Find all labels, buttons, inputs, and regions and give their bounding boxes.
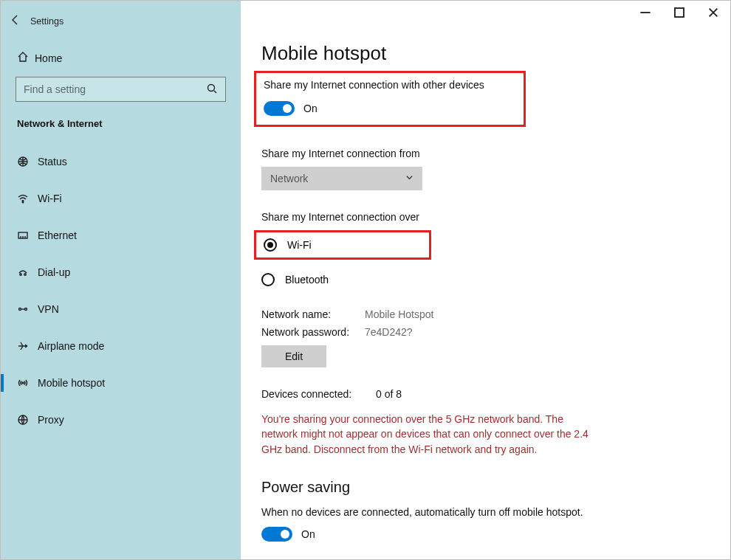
close-button[interactable] (696, 1, 730, 24)
share-over-section: Share my Internet connection over Wi-Fi … (261, 211, 708, 286)
search-icon (206, 83, 218, 97)
titlebar: Settings (1, 10, 241, 33)
sidebar-item-vpn[interactable]: VPN (1, 294, 241, 324)
share-from-section: Share my Internet connection from Networ… (261, 148, 708, 190)
home-label: Home (35, 52, 62, 64)
settings-window: Settings Home Network & Internet Status (0, 0, 731, 560)
share-over-label: Share my Internet connection over (261, 211, 708, 223)
minimize-button[interactable] (628, 1, 662, 24)
dialup-icon (17, 266, 38, 278)
radio-bluetooth-label: Bluetooth (285, 274, 329, 286)
sidebar-item-label: Airplane mode (38, 340, 104, 352)
network-password-value: 7e4D242? (365, 326, 413, 338)
sidebar-item-wifi[interactable]: Wi-Fi (1, 184, 241, 213)
ethernet-icon (17, 229, 38, 241)
svg-point-0 (208, 84, 215, 91)
airplane-icon (17, 340, 38, 352)
share-toggle-state: On (303, 103, 318, 114)
band-warning-text: You're sharing your connection over the … (261, 412, 601, 457)
radio-bluetooth[interactable]: Bluetooth (261, 273, 708, 286)
page-title: Mobile hotspot (261, 42, 708, 65)
search-box[interactable] (16, 77, 226, 102)
edit-button[interactable]: Edit (261, 345, 326, 367)
radio-wifi[interactable]: Wi-Fi (264, 238, 422, 252)
toggle-knob (283, 104, 292, 113)
vpn-icon (17, 303, 38, 315)
radio-wifi-label: Wi-Fi (287, 239, 312, 251)
maximize-button[interactable] (662, 1, 696, 24)
dropdown-value: Network (270, 173, 308, 184)
network-name-label: Network name: (261, 308, 365, 320)
devices-connected-value: 0 of 8 (376, 388, 402, 400)
svg-point-7 (25, 308, 27, 311)
window-controls (628, 1, 730, 24)
sidebar-item-dialup[interactable]: Dial-up (1, 257, 241, 287)
status-icon (17, 156, 38, 167)
devices-connected-row: Devices connected: 0 of 8 (261, 388, 708, 400)
radio-bluetooth-indicator (261, 273, 275, 286)
search-input[interactable] (24, 83, 206, 95)
power-saving-desc: When no devices are connected, automatic… (261, 506, 708, 518)
devices-connected-label: Devices connected: (261, 388, 376, 400)
share-toggle-label: Share my Internet connection with other … (264, 79, 516, 91)
power-saving-title: Power saving (261, 479, 708, 496)
sidebar-item-airplane[interactable]: Airplane mode (1, 331, 241, 361)
share-toggle-section: Share my Internet connection with other … (254, 71, 526, 127)
svg-point-4 (20, 274, 21, 275)
chevron-down-icon (405, 173, 413, 184)
svg-point-6 (19, 308, 21, 311)
radio-wifi-indicator (264, 238, 277, 252)
svg-point-2 (22, 201, 24, 203)
sidebar-item-label: VPN (38, 303, 59, 315)
wifi-icon (17, 193, 38, 204)
sidebar-item-proxy[interactable]: Proxy (1, 405, 241, 435)
sidebar-category-title: Network & Internet (1, 115, 241, 134)
svg-rect-10 (675, 8, 684, 17)
sidebar-item-ethernet[interactable]: Ethernet (1, 221, 241, 250)
back-button[interactable] (1, 14, 30, 29)
network-details: Network name: Mobile Hotspot Network pas… (261, 308, 708, 367)
share-toggle[interactable] (264, 101, 295, 116)
sidebar-item-label: Mobile hotspot (38, 377, 105, 389)
sidebar: Settings Home Network & Internet Status (1, 1, 241, 559)
power-saving-state: On (301, 528, 315, 540)
share-from-dropdown[interactable]: Network (261, 167, 422, 190)
svg-point-5 (24, 274, 26, 275)
toggle-knob (281, 530, 289, 539)
hotspot-icon (17, 377, 38, 389)
share-from-label: Share my Internet connection from (261, 148, 708, 159)
network-password-label: Network password: (261, 326, 365, 338)
power-saving-toggle[interactable] (261, 527, 292, 542)
sidebar-item-label: Proxy (38, 414, 64, 426)
content-pane: Mobile hotspot Share my Internet connect… (241, 1, 730, 559)
sidebar-item-label: Wi-Fi (38, 193, 62, 204)
proxy-icon (17, 414, 38, 426)
svg-point-8 (22, 382, 24, 384)
app-title: Settings (30, 16, 64, 27)
network-name-value: Mobile Hotspot (365, 308, 433, 320)
home-icon (17, 51, 35, 65)
sidebar-item-mobile-hotspot[interactable]: Mobile hotspot (1, 368, 241, 398)
sidebar-item-label: Ethernet (38, 229, 77, 241)
home-nav[interactable]: Home (1, 46, 241, 69)
sidebar-item-label: Dial-up (38, 266, 70, 278)
sidebar-item-status[interactable]: Status (1, 147, 241, 176)
sidebar-item-label: Status (38, 156, 67, 167)
